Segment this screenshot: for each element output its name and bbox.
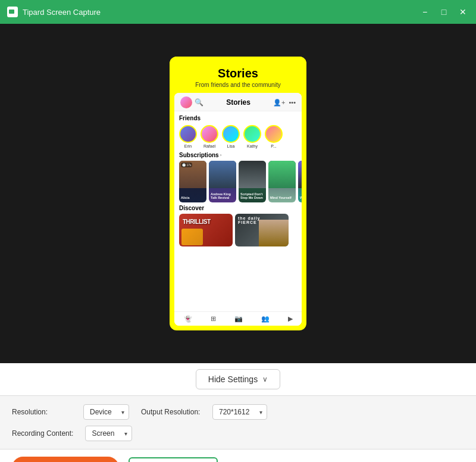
- friend-avatar-erin: [179, 125, 197, 143]
- add-friend-icon: 👤+: [273, 99, 285, 107]
- sub-card-text-3: Scripted Don't Stop Me Down: [240, 192, 264, 200]
- friend-name-p: P...: [271, 144, 277, 148]
- hide-settings-button[interactable]: Hide Settings ∨: [196, 369, 280, 389]
- friend-item: Lisa: [222, 125, 240, 148]
- record-button[interactable]: Record: [12, 457, 119, 462]
- subscriptions-row: Alicia 🕐 17s Andrew King Talk Revival Sc…: [174, 160, 302, 204]
- app-icon: [7, 7, 18, 17]
- thrillist-text: THRILLIST: [183, 218, 211, 225]
- discover-label: Discover: [174, 204, 302, 213]
- friend-name-rafael: Rafael: [203, 144, 215, 148]
- resolution-select-wrapper: Device: [83, 404, 129, 420]
- friend-avatar-p: [265, 125, 283, 143]
- recording-content-label: Recording Content:: [12, 429, 73, 438]
- preview-area: Stories From friends and the community 🔍…: [0, 24, 476, 363]
- maximize-button[interactable]: □: [438, 6, 450, 18]
- friend-avatar-kathy: [243, 125, 261, 143]
- phone-nav-bar: 🔍 Stories 👤+ •••: [174, 93, 302, 111]
- minimize-button[interactable]: −: [419, 6, 431, 18]
- phone-screen: 🔍 Stories 👤+ ••• Friends Erin: [174, 93, 302, 326]
- phone-nav-left: 🔍: [180, 96, 203, 108]
- friend-avatar-rafael: [201, 125, 218, 143]
- action-bar: Record 📷 SnapShot Recording History: [0, 449, 476, 462]
- sub-card-2: Andrew King Talk Revival: [209, 161, 236, 202]
- settings-panel: Resolution: Device Output Resolution: 72…: [0, 396, 476, 449]
- friend-avatar-lisa: [222, 125, 240, 143]
- app-title: Tipard Screen Capture: [23, 8, 101, 17]
- nav-play-icon: ▶: [288, 315, 293, 323]
- settings-row-2: Recording Content: Screen: [12, 426, 464, 441]
- subscriptions-arrow: ›: [220, 152, 222, 158]
- sub-card-text-2: Andrew King Talk Revival: [211, 192, 234, 200]
- title-bar: Tipard Screen Capture − □ ✕: [0, 0, 476, 24]
- nav-stories-icon: 👥: [261, 315, 270, 323]
- window-controls: − □ ✕: [419, 6, 469, 18]
- recording-content-select-wrapper: Screen: [85, 426, 132, 441]
- svg-marker-1: [14, 11, 16, 13]
- hide-settings-bar: Hide Settings ∨: [0, 363, 476, 396]
- friend-name-erin: Erin: [184, 144, 192, 148]
- discover-card-fierce: the dailyFIERCE: [235, 214, 289, 246]
- subscriptions-header: Subscriptions ›: [174, 151, 302, 160]
- sub-card-1: Alicia 🕐 17s: [179, 161, 206, 202]
- hide-settings-label: Hide Settings: [208, 374, 258, 384]
- friend-item: P...: [265, 125, 283, 148]
- output-resolution-label: Output Resolution:: [141, 408, 201, 416]
- fierce-text: the dailyFIERCE: [238, 216, 260, 224]
- recording-content-select[interactable]: Screen: [85, 426, 132, 441]
- food-image: [181, 229, 203, 245]
- phone-nav-right: 👤+ •••: [273, 99, 296, 107]
- sub-timer: 🕐 17s: [181, 163, 192, 167]
- phone-bottom-nav: 👻 ⊞ 📷 👥 ▶: [174, 311, 302, 326]
- sub-card-3: Scripted Don't Stop Me Down: [239, 161, 266, 202]
- output-resolution-select[interactable]: 720*1612: [212, 404, 267, 420]
- stories-content: Friends Erin Rafael Lisa: [174, 111, 302, 311]
- phone-mockup: Stories From friends and the community 🔍…: [170, 57, 306, 330]
- stories-title: Stories: [179, 66, 297, 80]
- sub-card-text-1: Alicia: [181, 196, 205, 200]
- chevron-down-icon: ∨: [262, 375, 268, 383]
- friend-item: Rafael: [201, 125, 218, 148]
- dog-image: [259, 220, 289, 246]
- resolution-select[interactable]: Device: [83, 404, 129, 420]
- resolution-label: Resolution:: [12, 408, 71, 416]
- discover-row: THRILLIST the dailyFIERCE: [174, 213, 302, 248]
- sub-card-text-4: Mind Yourself: [270, 196, 294, 200]
- nav-camera-icon: 📷: [234, 315, 243, 323]
- nav-ghost-icon: 👻: [184, 315, 192, 323]
- close-button[interactable]: ✕: [457, 6, 469, 18]
- subscriptions-label: Subscriptions: [179, 152, 219, 158]
- friend-item: Erin: [179, 125, 197, 148]
- sub-card-text-5: Who Is She: [300, 196, 302, 200]
- friend-item: Kathy: [243, 125, 261, 148]
- phone-avatar: [180, 96, 192, 108]
- phone-nav-title: Stories: [226, 98, 250, 107]
- friend-name-lisa: Lisa: [227, 144, 235, 148]
- stories-header: Stories From friends and the community: [170, 57, 306, 93]
- settings-row-1: Resolution: Device Output Resolution: 72…: [12, 404, 464, 420]
- nav-grid-icon: ⊞: [211, 315, 216, 323]
- discover-card-thrillist: THRILLIST: [179, 214, 233, 246]
- friends-label: Friends: [174, 114, 302, 123]
- output-resolution-select-wrapper: 720*1612: [212, 404, 267, 420]
- friends-row: Erin Rafael Lisa Kathy: [174, 123, 302, 151]
- friend-name-kathy: Kathy: [247, 144, 258, 148]
- title-bar-left: Tipard Screen Capture: [7, 7, 101, 17]
- svg-rect-0: [9, 10, 14, 14]
- phone-search-icon: 🔍: [195, 98, 203, 107]
- snapshot-button[interactable]: 📷 SnapShot: [129, 457, 218, 463]
- stories-subtitle: From friends and the community: [179, 82, 297, 88]
- more-icon: •••: [289, 99, 296, 107]
- sub-card-4: Mind Yourself: [268, 161, 296, 202]
- sub-card-5: Who Is She: [298, 161, 302, 202]
